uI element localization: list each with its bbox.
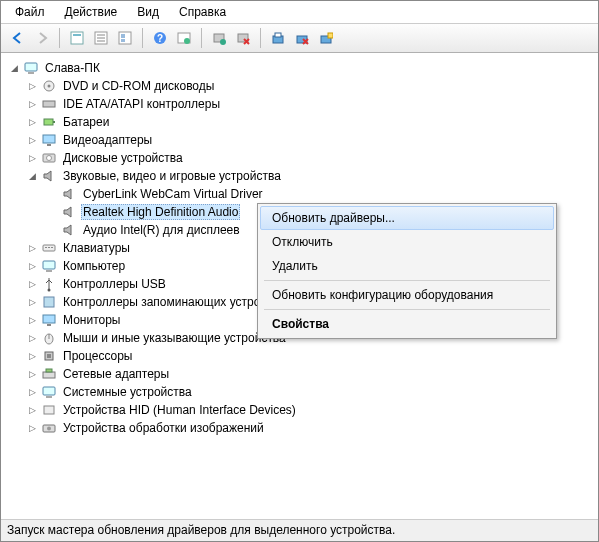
expand-icon[interactable]: ▷	[27, 153, 38, 164]
back-button[interactable]	[7, 27, 29, 49]
tree-root[interactable]: ◢ Слава-ПК	[9, 59, 592, 77]
menu-action[interactable]: Действие	[55, 3, 128, 21]
computer-icon	[23, 60, 39, 76]
svg-rect-27	[53, 121, 55, 123]
speaker-icon	[61, 222, 77, 238]
svg-text:?: ?	[157, 33, 163, 44]
menu-file[interactable]: Файл	[5, 3, 55, 21]
expand-icon[interactable]: ▷	[27, 99, 38, 110]
expand-icon[interactable]: ▷	[27, 297, 38, 308]
help-icon[interactable]: ?	[149, 27, 171, 49]
tree-item[interactable]: ▷Сетевые адаптеры	[27, 365, 592, 383]
tree-item[interactable]: ▷Процессоры	[27, 347, 592, 365]
keyboard-icon	[41, 240, 57, 256]
toolbar-btn-1[interactable]	[66, 27, 88, 49]
tree-item-label: Устройства HID (Human Interface Devices)	[61, 403, 298, 417]
ctx-rescan[interactable]: Обновить конфигурацию оборудования	[260, 283, 554, 307]
svg-rect-1	[73, 34, 81, 36]
collapse-icon[interactable]: ◢	[27, 171, 38, 182]
expand-icon[interactable]: ▷	[27, 333, 38, 344]
expand-icon[interactable]: ▷	[27, 279, 38, 290]
ide-icon	[41, 96, 57, 112]
tree-item[interactable]: ▷DVD и CD-ROM дисководы	[27, 77, 592, 95]
tree-item-label: Мыши и иные указывающие устройства	[61, 331, 288, 345]
display-icon	[41, 132, 57, 148]
expand-icon[interactable]: ▷	[27, 405, 38, 416]
expand-icon[interactable]: ▷	[27, 117, 38, 128]
tree-item-label: IDE ATA/ATAPI контроллеры	[61, 97, 222, 111]
toolbar-btn-2[interactable]	[90, 27, 112, 49]
tree-item-audio-category[interactable]: ◢Звуковые, видео и игровые устройства	[27, 167, 592, 185]
expand-icon[interactable]: ▷	[27, 423, 38, 434]
toolbar-btn-7[interactable]	[232, 27, 254, 49]
tree-item-label: DVD и CD-ROM дисководы	[61, 79, 216, 93]
ctx-update-drivers[interactable]: Обновить драйверы...	[260, 206, 554, 230]
toolbar-btn-8[interactable]	[267, 27, 289, 49]
ctx-properties[interactable]: Свойства	[260, 312, 554, 336]
tree-item-label: CyberLink WebCam Virtual Driver	[81, 187, 265, 201]
toolbar-btn-6[interactable]	[208, 27, 230, 49]
tree-item-label: Клавиатуры	[61, 241, 132, 255]
ctx-disable[interactable]: Отключить	[260, 230, 554, 254]
expand-icon[interactable]: ▷	[27, 351, 38, 362]
ctx-delete[interactable]: Удалить	[260, 254, 554, 278]
tree-item-label: Дисковые устройства	[61, 151, 185, 165]
expand-icon[interactable]: ▷	[27, 387, 38, 398]
speaker-icon	[41, 168, 57, 184]
speaker-icon	[61, 204, 77, 220]
hid-icon	[41, 402, 57, 418]
status-bar: Запуск мастера обновления драйверов для …	[1, 519, 598, 541]
svg-rect-21	[25, 63, 37, 71]
storage-icon	[41, 294, 57, 310]
svg-rect-47	[46, 369, 52, 372]
svg-rect-49	[46, 396, 52, 398]
menu-help[interactable]: Справка	[169, 3, 236, 21]
toolbar-btn-3[interactable]	[114, 27, 136, 49]
mouse-icon	[41, 330, 57, 346]
tree-item[interactable]: ▷Дисковые устройства	[27, 149, 592, 167]
forward-button[interactable]	[31, 27, 53, 49]
expand-icon[interactable]: ▷	[27, 369, 38, 380]
svg-rect-39	[44, 297, 54, 307]
svg-point-31	[47, 156, 52, 161]
context-menu: Обновить драйверы... Отключить Удалить О…	[257, 203, 557, 339]
status-text: Запуск мастера обновления драйверов для …	[7, 523, 395, 537]
svg-rect-25	[43, 101, 55, 107]
battery-icon	[41, 114, 57, 130]
tree-root-label: Слава-ПК	[43, 61, 102, 75]
expand-icon[interactable]: ▷	[27, 81, 38, 92]
toolbar-btn-9[interactable]	[291, 27, 313, 49]
cpu-icon	[41, 348, 57, 364]
expand-icon[interactable]: ▷	[27, 261, 38, 272]
expand-icon[interactable]: ▷	[27, 135, 38, 146]
usb-icon	[41, 276, 57, 292]
menubar: Файл Действие Вид Справка	[1, 1, 598, 24]
svg-rect-33	[45, 247, 47, 248]
monitor-icon	[41, 312, 57, 328]
separator	[264, 280, 550, 281]
svg-rect-34	[48, 247, 50, 248]
svg-rect-48	[43, 387, 55, 395]
toolbar-btn-10[interactable]	[315, 27, 337, 49]
expand-icon[interactable]: ▷	[27, 315, 38, 326]
imaging-icon	[41, 420, 57, 436]
tree-item[interactable]: ▷Видеоадаптеры	[27, 131, 592, 149]
tree-item[interactable]: CyberLink WebCam Virtual Driver	[47, 185, 592, 203]
collapse-icon[interactable]: ◢	[9, 63, 20, 74]
tree-item-label: Мониторы	[61, 313, 122, 327]
menu-view[interactable]: Вид	[127, 3, 169, 21]
expand-icon[interactable]: ▷	[27, 243, 38, 254]
tree-item-label: Устройства обработки изображений	[61, 421, 266, 435]
svg-point-24	[48, 85, 51, 88]
tree-item[interactable]: ▷Устройства HID (Human Interface Devices…	[27, 401, 592, 419]
tree-item[interactable]: ▷Батареи	[27, 113, 592, 131]
tree-item[interactable]: ▷IDE ATA/ATAPI контроллеры	[27, 95, 592, 113]
svg-point-52	[47, 427, 51, 431]
toolbar-btn-5[interactable]	[173, 27, 195, 49]
svg-rect-29	[47, 144, 51, 146]
svg-rect-46	[43, 372, 55, 378]
tree-item[interactable]: ▷Системные устройства	[27, 383, 592, 401]
svg-rect-20	[328, 33, 333, 38]
network-icon	[41, 366, 57, 382]
tree-item[interactable]: ▷Устройства обработки изображений	[27, 419, 592, 437]
